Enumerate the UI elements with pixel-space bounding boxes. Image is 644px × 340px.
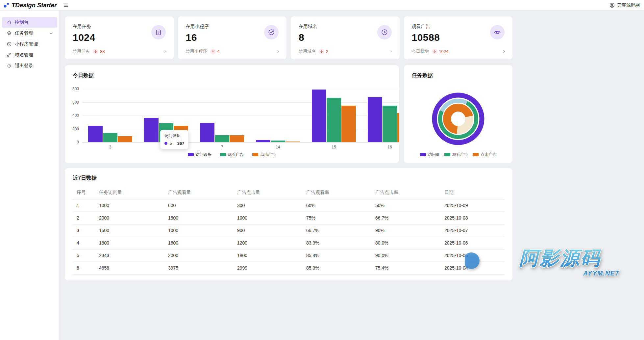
stat-card-footer: 禁用域名2 xyxy=(299,48,394,54)
sidebar-item-dashboard[interactable]: 控制台 xyxy=(2,17,57,28)
tooltip-value: 367 xyxy=(177,141,185,146)
trend-up-icon xyxy=(319,49,324,54)
stat-footer-value: 4 xyxy=(217,49,220,54)
chevron-right-icon[interactable] xyxy=(276,49,281,54)
column-header: 序号 xyxy=(73,186,95,199)
chevron-right-icon[interactable] xyxy=(163,49,168,54)
legend-item-点击广告[interactable]: 点击广告 xyxy=(473,152,496,157)
column-header: 任务访问量 xyxy=(95,186,164,199)
sidebar-item-domain[interactable]: 域名管理 xyxy=(2,50,57,60)
gridline xyxy=(82,102,399,103)
table-cell: 1800 xyxy=(233,249,302,262)
sidebar-item-task[interactable]: 任务管理 xyxy=(2,28,57,39)
chevron-right-icon[interactable] xyxy=(389,49,394,54)
user-menu[interactable]: 刀客源码网 xyxy=(609,2,644,8)
table-cell: 2999 xyxy=(233,262,302,274)
bar-chart[interactable]: 访问设备 5 367 0200400600800357141516 xyxy=(65,65,399,163)
table-cell: 90% xyxy=(371,224,440,237)
stat-card-domains[interactable]: 在用域名8禁用域名2 xyxy=(291,16,400,59)
dashboard-icon xyxy=(7,20,12,25)
user-avatar-icon xyxy=(609,2,615,8)
table-cell: 2025-10-06 xyxy=(440,237,505,249)
weekly-data-table: 序号任务访问量广告观看量广告点击量广告观看率广告点击率日期11000600300… xyxy=(73,186,505,275)
legend-item-访问设备[interactable]: 访问设备 xyxy=(188,152,211,157)
table-cell: 2 xyxy=(73,212,95,224)
logo-text: TDesign Starter xyxy=(12,2,57,9)
table-cell: 80.0% xyxy=(371,237,440,249)
legend-swatch xyxy=(188,153,194,156)
weekly-table-card: 近7日数据 序号任务访问量广告观看量广告点击量广告观看率广告点击率日期11000… xyxy=(65,168,512,280)
app-logo[interactable]: TDesign Starter xyxy=(0,2,60,9)
table-cell: 1500 xyxy=(164,237,233,249)
table-cell: 1000 xyxy=(164,224,233,237)
table-row: 220001500100075%66.7%2025-10-08 xyxy=(73,212,505,224)
x-axis-label: 15 xyxy=(306,145,362,149)
sidebar: 控制台任务管理小程序管理域名管理退出登录 xyxy=(0,11,60,340)
table-cell: 2025-10-09 xyxy=(440,199,505,212)
y-axis-label: 400 xyxy=(65,113,79,118)
bar xyxy=(271,141,285,142)
y-axis-label: 0 xyxy=(65,140,79,144)
legend-item-点击广告[interactable]: 点击广告 xyxy=(252,152,276,157)
table-row: 418001500120083.3%80.0%2025-10-06 xyxy=(73,237,505,249)
table-cell: 1000 xyxy=(233,212,302,224)
legend-label: 点击广告 xyxy=(260,152,276,157)
table-cell: 4 xyxy=(73,237,95,249)
table-row: 31500100090066.7%90%2025-10-07 xyxy=(73,224,505,237)
table-cell: 85.3% xyxy=(302,262,371,274)
sidebar-item-logout[interactable]: 退出登录 xyxy=(2,61,57,71)
tooltip-series-name: 访问设备 xyxy=(164,133,184,139)
sidebar-item-label: 域名管理 xyxy=(15,52,33,58)
stat-card-ad-views[interactable]: 观看广告10588今日新增1024 xyxy=(404,16,513,59)
legend-label: 访问设备 xyxy=(196,152,211,157)
stat-card-tasks[interactable]: 在用任务1024禁用任务88 xyxy=(65,16,174,59)
gridline xyxy=(82,89,399,89)
legend-item-观看广告[interactable]: 观看广告 xyxy=(220,152,244,157)
tooltip-category: 5 xyxy=(170,141,172,146)
stat-footer-value: 2 xyxy=(326,49,328,54)
table-cell: 75% xyxy=(302,212,371,224)
stat-card-footer: 禁用任务88 xyxy=(73,48,168,54)
donut-chart-legend: 访问量观看广告点击广告 xyxy=(404,152,512,157)
bar xyxy=(397,113,399,142)
legend-label: 点击广告 xyxy=(481,152,496,157)
table-cell: 1500 xyxy=(164,212,233,224)
y-axis-label: 600 xyxy=(65,100,79,105)
miniprogram-icon xyxy=(7,41,12,47)
chevron-right-icon[interactable] xyxy=(502,49,507,54)
sidebar-item-label: 小程序管理 xyxy=(15,41,38,47)
bar xyxy=(215,135,229,142)
weekly-table-title: 近7日数据 xyxy=(73,175,505,182)
task-icon xyxy=(7,31,12,36)
bar xyxy=(88,126,103,142)
table-cell: 90.0% xyxy=(371,249,440,262)
bar xyxy=(327,98,341,142)
bar-chart-legend: 访问设备观看广告点击广告 xyxy=(65,152,399,157)
bar xyxy=(200,123,214,142)
stat-card-footer: 今日新增1024 xyxy=(412,48,507,54)
charts-row: 今日数据 访问设备 5 367 0200400600800357141516 访… xyxy=(65,65,512,163)
menu-toggle-button[interactable] xyxy=(63,2,69,8)
content-column: 在用任务1024禁用任务88在用小程序16禁用小程序4在用域名8禁用域名2观看广… xyxy=(65,16,512,280)
bar xyxy=(383,106,397,142)
check-circle-icon xyxy=(264,25,279,39)
bar xyxy=(118,136,132,142)
stat-card-miniprograms[interactable]: 在用小程序16禁用小程序4 xyxy=(178,16,287,59)
legend-item-访问量[interactable]: 访问量 xyxy=(420,152,440,157)
table-cell: 4658 xyxy=(95,262,164,274)
column-header: 广告点击量 xyxy=(233,186,302,199)
stat-footer-label: 禁用域名 xyxy=(299,48,316,54)
bar xyxy=(368,97,382,142)
legend-label: 观看广告 xyxy=(452,152,468,157)
table-cell: 600 xyxy=(164,199,233,212)
stat-footer-value: 88 xyxy=(100,49,105,54)
nested-donut-chart[interactable] xyxy=(404,65,512,163)
table-row: 646583975299985.3%75.4%2025-10-04 xyxy=(73,262,505,274)
sidebar-item-miniprogram[interactable]: 小程序管理 xyxy=(2,39,57,49)
domain-icon xyxy=(7,52,12,58)
column-header: 日期 xyxy=(440,186,505,199)
column-header: 广告点击率 xyxy=(371,186,440,199)
table-row: 523432000180085.4%90.0%2025-10-05 xyxy=(73,249,505,262)
table-header-row: 序号任务访问量广告观看量广告点击量广告观看率广告点击率日期 xyxy=(73,186,505,199)
legend-item-观看广告[interactable]: 观看广告 xyxy=(444,152,468,157)
